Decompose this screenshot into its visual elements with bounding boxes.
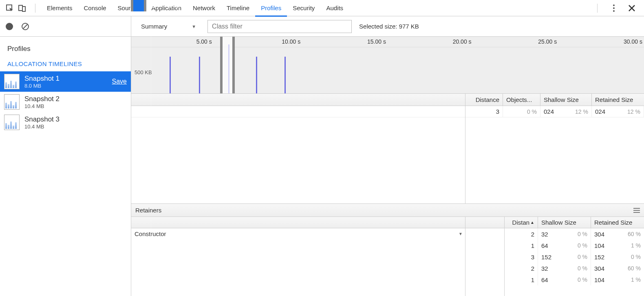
profiles-sidebar: Profiles ALLOCATION TIMELINES Snapshot 1…	[0, 16, 131, 296]
tick-label: 5.00 s	[196, 38, 212, 45]
tick-label: 10.00 s	[282, 38, 300, 45]
snapshot-size: 8.0 MB	[24, 83, 107, 89]
tick-label: 15.00 s	[367, 38, 386, 45]
snapshot-icon	[4, 94, 20, 110]
constructor-name: "xxxxxxxxxxxxxxxxxxxxxxxxxxxxxxxxxxxxxxx…	[148, 137, 151, 144]
inspect-icon[interactable]	[5, 3, 15, 13]
divider	[597, 4, 598, 13]
col-retained[interactable]: Retained Size	[592, 94, 644, 106]
svg-point-3	[613, 4, 615, 6]
snapshot-size: 10.4 MB	[24, 124, 127, 130]
col-r-retained[interactable]: Retained Size	[591, 217, 644, 228]
snapshot-item[interactable]: Snapshot 210.4 MB	[0, 92, 131, 112]
snapshot-item[interactable]: Snapshot 310.4 MB	[0, 112, 131, 133]
col-r-shallow[interactable]: Shallow Size	[538, 217, 591, 228]
col-object[interactable]: Object	[131, 217, 505, 296]
tab-security[interactable]: Security	[287, 0, 320, 16]
tick-label: 30.00 s	[624, 38, 642, 45]
clear-icon[interactable]	[21, 22, 29, 31]
alloc-bar	[256, 57, 257, 93]
snapshot-size: 10.4 MB	[24, 103, 127, 109]
tab-network[interactable]: Network	[187, 0, 221, 16]
devtools-tabs: ElementsConsoleSourcesApplicationNetwork…	[0, 0, 644, 16]
profile-toolbar: Summary ▼ Selected size: 977 KB	[131, 16, 644, 37]
selected-size-label: Selected size: 977 KB	[359, 23, 419, 30]
tab-console[interactable]: Console	[78, 0, 112, 16]
tab-timeline[interactable]: Timeline	[221, 0, 255, 16]
allocation-timeline[interactable]: 5.00 s10.00 s15.00 s20.00 s25.00 s30.00 …	[131, 37, 644, 94]
record-button[interactable]	[6, 23, 13, 30]
hamburger-icon[interactable]	[633, 207, 640, 214]
profiles-heading: Profiles	[0, 42, 131, 56]
snapshot-icon	[4, 115, 20, 130]
alloc-bar	[199, 57, 200, 93]
col-objects[interactable]: Objects...	[503, 94, 540, 106]
close-icon[interactable]	[627, 3, 637, 13]
col-distance[interactable]: Distance	[465, 94, 503, 106]
svg-rect-1	[19, 5, 22, 11]
chevron-down-icon: ▼	[192, 24, 196, 29]
tick-label: 20.00 s	[453, 38, 472, 45]
retainers-header: Retainers	[131, 204, 644, 217]
alloc-bar	[170, 57, 171, 93]
class-filter-input[interactable]	[207, 20, 352, 33]
save-link[interactable]: Save	[112, 78, 127, 85]
snapshot-name: Snapshot 1	[24, 75, 107, 83]
tab-audits[interactable]: Audits	[320, 0, 349, 16]
section-label: ALLOCATION TIMELINES	[0, 56, 131, 71]
tab-elements[interactable]: Elements	[41, 0, 78, 16]
alloc-bar	[285, 57, 286, 93]
tab-profiles[interactable]: Profiles	[255, 0, 287, 16]
col-r-distance[interactable]: Distan▲	[505, 217, 538, 228]
timeline-selection[interactable]	[220, 37, 235, 93]
kebab-icon[interactable]	[609, 3, 619, 13]
col-shallow[interactable]: Shallow Size	[540, 94, 592, 106]
svg-point-5	[613, 10, 615, 12]
snapshot-icon	[4, 74, 20, 89]
snapshot-name: Snapshot 2	[24, 95, 127, 103]
snapshot-item[interactable]: Snapshot 18.0 MBSave	[0, 71, 131, 92]
tick-label: 25.00 s	[538, 38, 557, 45]
snapshot-name: Snapshot 3	[24, 115, 127, 124]
svg-rect-2	[22, 7, 25, 11]
svg-point-4	[613, 7, 615, 9]
device-icon[interactable]	[17, 3, 27, 13]
divider	[35, 4, 35, 13]
